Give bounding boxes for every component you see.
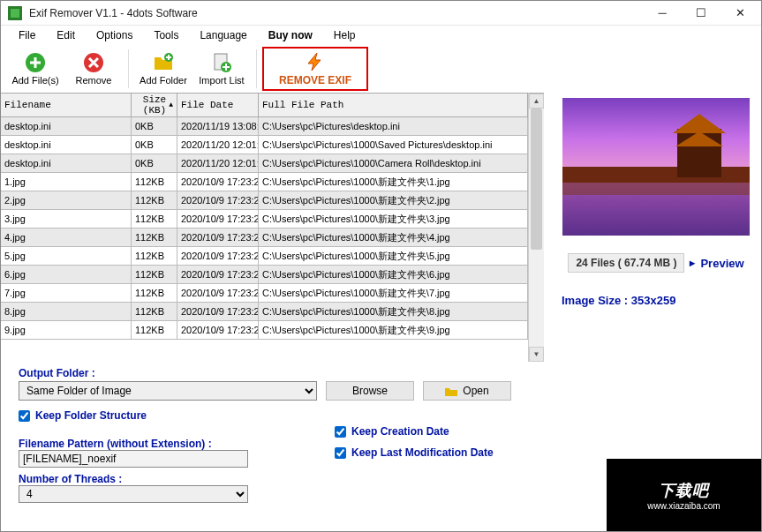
menu-tools[interactable]: Tools: [145, 27, 187, 43]
cell-date: 2020/10/9 17:23:20: [177, 173, 259, 191]
watermark: 下载吧 www.xiazaiba.com: [607, 459, 761, 531]
minimize-button[interactable]: ─: [643, 1, 682, 26]
table-scrollbar[interactable]: ▲ ▼: [529, 93, 544, 362]
cell-date: 2020/10/9 17:23:20: [177, 284, 259, 302]
import-list-button[interactable]: Import List: [192, 47, 251, 91]
output-folder-select[interactable]: Same Folder of Image: [19, 381, 317, 401]
folder-icon: [445, 386, 457, 396]
threads-select[interactable]: 4: [19, 485, 248, 503]
sort-asc-icon: ▲: [169, 101, 173, 109]
table-header: Filename Size (KB)▲ File Date Full File …: [1, 93, 528, 117]
bracket-icon: ▸: [690, 257, 695, 269]
cell-date: 2020/10/9 17:23:20: [177, 210, 259, 228]
menu-file[interactable]: File: [10, 27, 44, 43]
cell-size: 112KB: [132, 191, 177, 209]
table-body[interactable]: desktop.ini0KB2020/11/19 13:08:49C:\User…: [1, 117, 528, 362]
remove-exif-button[interactable]: REMOVE EXIF: [262, 47, 368, 91]
window-title: Exif Remover V1.1 - 4dots Software: [29, 7, 643, 19]
menu-language[interactable]: Language: [191, 27, 255, 43]
table-row[interactable]: 3.jpg112KB2020/10/9 17:23:20C:\Users\pc\…: [1, 210, 528, 229]
image-size-label: Image Size : 353x259: [562, 294, 675, 307]
add-folder-button[interactable]: Add Folder: [134, 47, 192, 91]
table-row[interactable]: 4.jpg112KB2020/10/9 17:23:20C:\Users\pc\…: [1, 229, 528, 247]
menu-options[interactable]: Options: [87, 27, 141, 43]
remove-icon: [83, 52, 104, 73]
table-row[interactable]: 1.jpg112KB2020/10/9 17:23:20C:\Users\pc\…: [1, 173, 528, 191]
cell-size: 112KB: [132, 284, 177, 302]
table-row[interactable]: 8.jpg112KB2020/10/9 17:23:20C:\Users\pc\…: [1, 303, 528, 321]
cell-size: 112KB: [132, 210, 177, 228]
col-filename[interactable]: Filename: [1, 94, 132, 116]
lightning-icon: [305, 51, 326, 72]
toolbar-separator: [128, 49, 129, 88]
table-row[interactable]: 6.jpg112KB2020/10/9 17:23:20C:\Users\pc\…: [1, 266, 528, 284]
remove-button[interactable]: Remove: [64, 47, 123, 91]
import-icon: [211, 52, 232, 73]
cell-filename: 7.jpg: [1, 284, 132, 302]
preview-label[interactable]: Preview: [700, 257, 743, 270]
keep-creation-label: Keep Creation Date: [351, 425, 449, 438]
watermark-brand: 下载吧: [659, 480, 709, 501]
table-row[interactable]: 5.jpg112KB2020/10/9 17:23:20C:\Users\pc\…: [1, 247, 528, 266]
table-row[interactable]: desktop.ini0KB2020/11/20 12:01:27C:\User…: [1, 136, 528, 154]
cell-filename: 9.jpg: [1, 321, 132, 339]
scroll-down-button[interactable]: ▼: [529, 347, 544, 362]
keep-creation-checkbox[interactable]: [335, 426, 346, 438]
svg-rect-1: [11, 9, 19, 18]
table-row[interactable]: desktop.ini0KB2020/11/20 12:01:27C:\User…: [1, 154, 528, 173]
table-row[interactable]: 7.jpg112KB2020/10/9 17:23:20C:\Users\pc\…: [1, 284, 528, 303]
cell-path: C:\Users\pc\Pictures\1000\新建文件夹\3.jpg: [259, 210, 528, 228]
browse-button[interactable]: Browse: [326, 381, 414, 401]
table-row[interactable]: 9.jpg112KB2020/10/9 17:23:20C:\Users\pc\…: [1, 321, 528, 340]
add-files-button[interactable]: Add File(s): [6, 47, 64, 91]
cell-size: 112KB: [132, 303, 177, 320]
cell-filename: desktop.ini: [1, 154, 132, 172]
cell-filename: 8.jpg: [1, 303, 132, 320]
cell-filename: desktop.ini: [1, 117, 132, 135]
cell-size: 112KB: [132, 173, 177, 191]
output-folder-label: Output Folder :: [19, 367, 751, 379]
toolbar: Add File(s) Remove Add Folder Import Lis…: [1, 45, 761, 93]
add-icon: [25, 52, 46, 73]
scroll-up-button[interactable]: ▲: [529, 94, 544, 109]
keep-modification-checkbox[interactable]: [335, 447, 346, 459]
maximize-button[interactable]: ☐: [682, 1, 721, 26]
keep-folder-label: Keep Folder Structure: [35, 409, 147, 422]
cell-path: C:\Users\pc\Pictures\1000\Saved Pictures…: [259, 136, 528, 154]
cell-path: C:\Users\pc\Pictures\1000\新建文件夹\9.jpg: [259, 321, 528, 339]
file-count-label: 24 Files ( 67.74 MB ): [568, 253, 684, 273]
cell-date: 2020/10/9 17:23:20: [177, 321, 259, 339]
table-row[interactable]: 2.jpg112KB2020/10/9 17:23:20C:\Users\pc\…: [1, 191, 528, 210]
col-path[interactable]: Full File Path: [259, 94, 528, 116]
cell-path: C:\Users\pc\Pictures\1000\新建文件夹\5.jpg: [259, 247, 528, 265]
cell-filename: 3.jpg: [1, 210, 132, 228]
cell-filename: 6.jpg: [1, 266, 132, 283]
keep-modification-label: Keep Last Modification Date: [351, 446, 494, 459]
cell-size: 112KB: [132, 266, 177, 283]
cell-path: C:\Users\pc\Pictures\1000\新建文件夹\1.jpg: [259, 173, 528, 191]
cell-date: 2020/10/9 17:23:20: [177, 191, 259, 209]
keep-folder-checkbox[interactable]: [19, 410, 30, 422]
col-date[interactable]: File Date: [177, 94, 259, 116]
cell-path: C:\Users\pc\Pictures\desktop.ini: [259, 117, 528, 135]
cell-size: 0KB: [132, 136, 177, 154]
menu-help[interactable]: Help: [325, 27, 365, 43]
scroll-thumb[interactable]: [531, 109, 542, 250]
cell-size: 112KB: [132, 247, 177, 265]
open-button[interactable]: Open: [423, 381, 511, 401]
cell-path: C:\Users\pc\Pictures\1000\Camera Roll\de…: [259, 154, 528, 172]
filename-pattern-input[interactable]: [19, 450, 248, 468]
menu-edit[interactable]: Edit: [48, 27, 84, 43]
table-row[interactable]: desktop.ini0KB2020/11/19 13:08:49C:\User…: [1, 117, 528, 136]
col-size[interactable]: Size (KB)▲: [132, 94, 177, 116]
close-button[interactable]: ✕: [721, 1, 759, 26]
menu-buynow[interactable]: Buy now: [260, 27, 321, 43]
cell-path: C:\Users\pc\Pictures\1000\新建文件夹\2.jpg: [259, 191, 528, 209]
cell-filename: 1.jpg: [1, 173, 132, 191]
cell-date: 2020/10/9 17:23:20: [177, 303, 259, 320]
file-table: Filename Size (KB)▲ File Date Full File …: [1, 93, 529, 362]
cell-path: C:\Users\pc\Pictures\1000\新建文件夹\6.jpg: [259, 266, 528, 283]
preview-pane: 24 Files ( 67.74 MB ) ▸ Preview Image Si…: [544, 93, 761, 362]
svg-rect-9: [562, 167, 750, 183]
cell-filename: desktop.ini: [1, 136, 132, 154]
